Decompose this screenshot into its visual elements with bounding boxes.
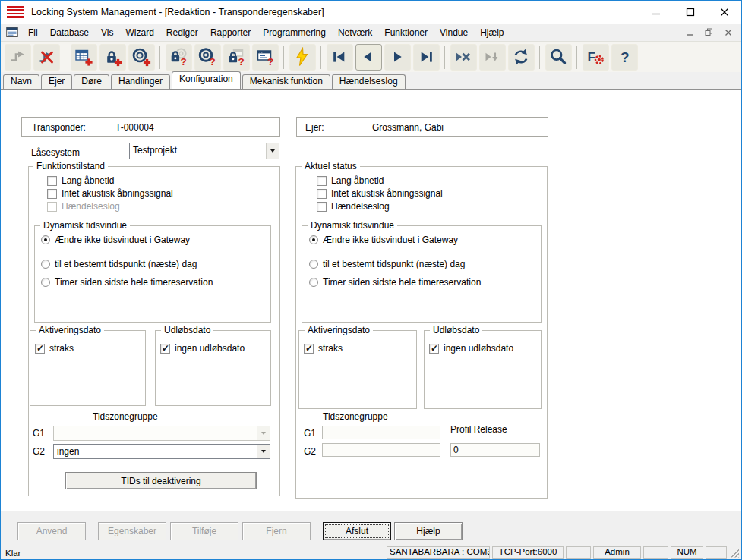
transponder-readout: Transponder: T-000004 (21, 117, 280, 137)
checkbox-icon (317, 176, 327, 186)
menu-database[interactable]: Database (44, 25, 95, 40)
mdi-minimize-button[interactable] (680, 25, 699, 39)
refresh-button[interactable] (508, 44, 535, 71)
right-intet-akustisk-checkbox[interactable]: Intet akustisk åbningssignal (317, 189, 443, 199)
hjaelp-button[interactable]: Hjælp (394, 522, 463, 540)
cancel-record-button[interactable] (450, 44, 477, 71)
new-transponder-icon (131, 47, 151, 67)
next-record-icon (387, 47, 407, 67)
close-button[interactable] (707, 1, 741, 24)
maximize-icon (686, 8, 695, 17)
menu-rapporter[interactable]: Rapporter (204, 25, 257, 40)
program-button[interactable] (289, 44, 316, 71)
test-window-button[interactable]: ? (252, 44, 279, 71)
toolbar-separator (576, 46, 577, 69)
search-icon (548, 47, 568, 67)
toolbar-separator (320, 46, 321, 69)
left-straks-checkbox[interactable]: straks (35, 344, 74, 354)
menu-vindue[interactable]: Vindue (434, 25, 474, 40)
tab-dore[interactable]: Døre (74, 74, 109, 89)
left-ingen-udlobsdato-checkbox[interactable]: ingen udløbsdato (160, 344, 245, 354)
connect-button (5, 44, 31, 71)
menu-fil[interactable]: Fil (22, 25, 44, 40)
checkbox-icon (47, 189, 57, 199)
maximize-button[interactable] (673, 1, 707, 24)
afslut-button[interactable]: Afslut (323, 522, 391, 540)
right-radio-fixed-time[interactable]: til et bestemt tidspunkt (næste) dag (309, 260, 465, 269)
right-ingen-udlobsdato-checkbox[interactable]: ingen udløbsdato (429, 344, 513, 354)
menu-items: FilDatabaseVisWizardRedigerRapporterProg… (22, 25, 510, 40)
menu-wizard[interactable]: Wizard (120, 25, 160, 40)
next-record-button[interactable] (384, 44, 411, 71)
disconnect-button[interactable] (33, 44, 60, 71)
g2-timezone-select[interactable]: ingen (53, 444, 270, 459)
status-santabarbara-com3: SANTABARBARA : COM3 (387, 546, 490, 559)
left-g1-label: G1 (33, 428, 45, 439)
tab-haendelseslog[interactable]: Hændelseslog (332, 74, 406, 89)
right-radio-no-gateway-change[interactable]: Ændre ikke tidsvinduet i Gateway (309, 235, 458, 245)
menu-netvaerk[interactable]: Netværk (332, 25, 378, 40)
menu-rediger[interactable]: Rediger (160, 25, 204, 40)
read-lock-network-icon: ? (226, 47, 246, 67)
search-button[interactable] (545, 44, 572, 71)
menu-hjaelp[interactable]: Hjælp (474, 25, 510, 40)
last-record-button[interactable] (413, 44, 440, 71)
filter-settings-icon: F (586, 47, 605, 67)
toolbar-separator (444, 46, 445, 69)
tids-til-deaktivering-button[interactable]: TIDs til deaktivering (65, 472, 257, 489)
menu-programmering[interactable]: Programmering (257, 25, 332, 40)
right-tidszonegruppe-label: Tidszonegruppe (323, 411, 388, 422)
read-transponder-button[interactable]: ? (194, 44, 221, 71)
read-lock-network-button[interactable]: ? (223, 44, 250, 71)
right-haendelseslog-checkbox[interactable]: Hændelseslog (317, 202, 390, 212)
tab-konfiguration[interactable]: Konfiguration (172, 71, 241, 89)
tab-navn[interactable]: Navn (3, 74, 39, 89)
left-dynamisk-tidsvindue-title: Dynamisk tidsvindue (40, 221, 130, 230)
connect-icon (8, 47, 27, 67)
previous-record-button[interactable] (355, 44, 382, 71)
help-icon: ? (614, 47, 634, 67)
chevron-down-icon[interactable] (266, 143, 279, 159)
read-transponder-icon: ? (197, 47, 217, 67)
new-transponder-button[interactable] (128, 44, 155, 71)
left-intet-akustisk-checkbox[interactable]: Intet akustisk åbningssignal (47, 189, 173, 199)
help-button[interactable]: ? (611, 44, 638, 71)
close-icon (720, 8, 729, 17)
resize-grip-icon[interactable] (730, 549, 739, 558)
disconnect-icon (36, 47, 56, 67)
window-controls (639, 1, 741, 24)
toolbar: ????F? (1, 41, 741, 72)
left-radio-no-gateway-change[interactable]: Ændre ikke tidsvinduet i Gateway (41, 235, 190, 245)
checkbox-icon (317, 202, 327, 212)
right-radio-hours-since-reservation[interactable]: Timer siden sidste hele timereservation (309, 278, 481, 288)
filter-settings-button[interactable]: F (583, 44, 609, 71)
mdi-close-icon (725, 29, 732, 36)
checkbox-icon (47, 176, 57, 186)
first-record-button[interactable] (327, 44, 353, 71)
left-lang-aabnetid-checkbox[interactable]: Lang åbnetid (47, 176, 114, 186)
menu-vis[interactable]: Vis (95, 25, 119, 40)
mdi-close-button[interactable] (718, 25, 737, 39)
checkbox-icon (429, 344, 439, 354)
read-lock-button[interactable]: ? (166, 44, 192, 71)
mdi-restore-button[interactable] (699, 25, 718, 39)
new-locking-system-button[interactable] (71, 44, 97, 71)
new-lock-button[interactable] (99, 44, 126, 71)
right-straks-checkbox[interactable]: straks (304, 344, 343, 354)
svg-text:?: ? (210, 56, 216, 67)
funktionstilstand-group-title: Funktionstilstand (33, 162, 108, 171)
menu-funktioner[interactable]: Funktioner (378, 25, 434, 40)
minimize-button[interactable] (639, 1, 673, 24)
radio-icon (309, 278, 318, 287)
right-lang-aabnetid-checkbox[interactable]: Lang åbnetid (317, 176, 384, 186)
left-radio-hours-since-reservation[interactable]: Timer siden sidste hele timereservation (41, 278, 213, 288)
refresh-icon (511, 47, 531, 67)
locking-system-select[interactable]: Testprojekt (129, 143, 279, 159)
tab-ejer[interactable]: Ejer (41, 74, 72, 89)
radio-icon (41, 235, 50, 244)
left-radio-fixed-time[interactable]: til et bestemt tidspunkt (næste) dag (41, 260, 197, 269)
chevron-down-icon[interactable] (257, 445, 270, 458)
tab-handlinger[interactable]: Handlinger (111, 74, 170, 89)
owner-value: Grossmann, Gabi (372, 122, 444, 133)
tab-mekanisk-funktion[interactable]: Mekanisk funktion (242, 74, 330, 89)
